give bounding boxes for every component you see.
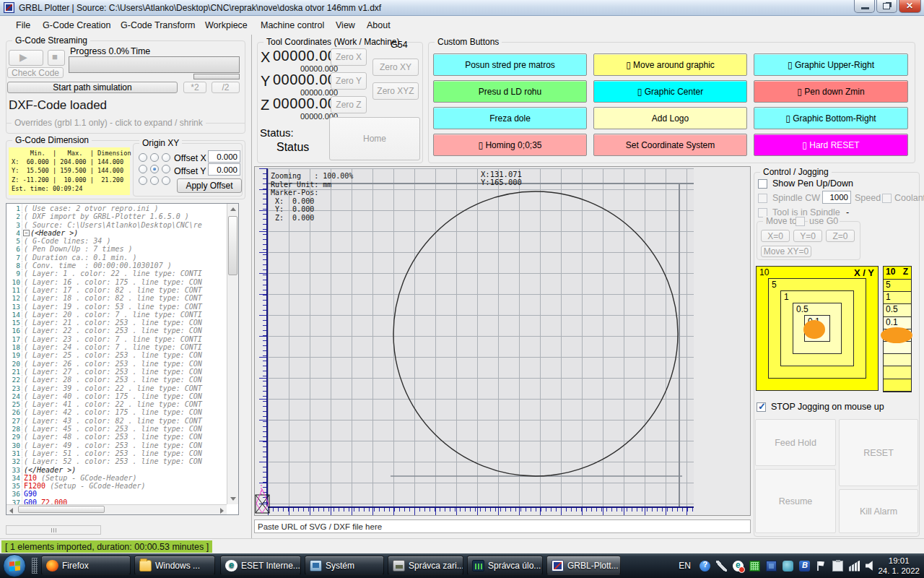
help-icon[interactable] — [699, 561, 710, 571]
menu-item-machine-control[interactable]: Machine control — [258, 19, 327, 32]
gcode-line[interactable]: 6( Pen Down/Up : 7 times ) — [6, 245, 227, 253]
zero-x-button[interactable]: Zero X — [331, 48, 367, 66]
use-g0-checkbox[interactable] — [796, 217, 805, 226]
taskbar-button-grbl[interactable]: GRBL-Plott... — [546, 556, 621, 575]
play-icon[interactable] — [9, 50, 43, 66]
blue-app-icon[interactable] — [766, 561, 777, 571]
menu-item-file[interactable]: File — [13, 19, 33, 32]
gcode-line[interactable]: 1( Use case: 2 otvor repro.ini ) — [6, 204, 227, 212]
fold-collapse-icon[interactable]: − — [23, 230, 30, 236]
custom-button-9[interactable]: ▯ Graphic Bottom-Right — [754, 107, 908, 129]
start-button[interactable] — [3, 554, 26, 577]
menu-item-g-code-transform[interactable]: G-Code Transform — [118, 19, 199, 32]
custom-button-3[interactable]: ▯ Graphic Upper-Right — [754, 53, 908, 76]
gcode-line[interactable]: 23( Layer: 39 . color: 22 . line type: C… — [6, 384, 227, 392]
gcode-line[interactable]: 10( Layer: 16 . color: 175 . line type: … — [6, 278, 227, 286]
taskbar-clock[interactable]: 19:01 24. 1. 2022 — [878, 556, 920, 576]
custom-button-6[interactable]: ▯ Pen down Zmin — [754, 80, 908, 103]
move-z0-button[interactable]: Z=0 — [826, 230, 855, 242]
taskbar-button-firefox[interactable]: Firefox — [41, 556, 131, 575]
gcode-line[interactable]: 3( Source: C:\Users\Atlanko\Desktop\CNC\… — [6, 221, 227, 229]
taskbar-button-devices[interactable]: Správca zari... — [388, 556, 463, 575]
scroll-right-icon[interactable] — [220, 508, 224, 514]
gcode-lines[interactable]: 1( Use case: 2 otvor repro.ini )2( DXF i… — [6, 204, 227, 504]
bluetooth-icon[interactable] — [799, 561, 810, 571]
custom-button-7[interactable]: Freza dole — [433, 107, 587, 129]
stop-icon[interactable] — [48, 50, 65, 66]
gcode-line[interactable]: 35F1200 (Setup - GCode-Header) — [6, 482, 227, 490]
network-icon[interactable] — [849, 561, 860, 571]
kill-alarm-button[interactable]: Kill Alarm — [839, 489, 918, 533]
gcode-line[interactable]: 11( Layer: 17 . color: 82 . line type: C… — [6, 286, 227, 294]
jog-z-step-5[interactable]: 5 — [884, 280, 911, 292]
vertical-scrollbar[interactable] — [227, 204, 238, 504]
minimize-button[interactable] — [854, 0, 875, 13]
scroll-down-icon[interactable] — [230, 497, 236, 501]
gcode-editor[interactable]: 1( Use case: 2 otvor repro.ini )2( DXF i… — [6, 203, 239, 515]
origin-radio[interactable] — [150, 165, 159, 173]
custom-button-1[interactable]: Posun stred pre matros — [433, 53, 587, 76]
stop-jogging-checkbox[interactable] — [757, 402, 766, 412]
menu-item-workpiece[interactable]: Workpiece — [202, 19, 250, 32]
resume-button[interactable]: Resume — [755, 469, 836, 533]
clipboard-icon[interactable] — [832, 561, 843, 571]
move-xy0-button[interactable]: Move XY=0 — [761, 246, 811, 257]
gcode-line[interactable]: 20( Layer: 26 . color: 253 . line type: … — [6, 360, 227, 368]
gcode-line[interactable]: 2( DXF import by GRBL-Plotter 1.6.5.0 ) — [6, 212, 227, 220]
custom-button-8[interactable]: Add Logo — [593, 107, 747, 129]
scroll-left-icon[interactable] — [9, 508, 13, 514]
title-bar[interactable]: GRBL Plotter | Source: C:\Users\Atlanko\… — [0, 0, 924, 16]
show-pen-checkbox[interactable] — [758, 179, 767, 189]
jog-z-cell[interactable] — [884, 342, 911, 354]
feed-hold-button[interactable]: Feed Hold — [755, 419, 836, 466]
jog-z-cell[interactable] — [884, 354, 911, 366]
gcode-line[interactable]: 17( Layer: 23 . color: 7 . line type: CO… — [6, 335, 227, 343]
restore-button[interactable] — [876, 0, 897, 13]
custom-button-11[interactable]: Set Coordinate System — [593, 134, 747, 156]
origin-radio[interactable] — [139, 165, 147, 173]
start-simulation-button[interactable]: Start path simulation — [7, 82, 178, 93]
gcode-line[interactable]: 22( Layer: 28 . color: 253 . line type: … — [6, 376, 227, 384]
offset-x-field[interactable] — [208, 150, 240, 163]
gcode-line[interactable]: 36G90 — [6, 490, 227, 498]
custom-button-10[interactable]: ▯ Homing 0;0;35 — [433, 134, 587, 156]
custom-button-4[interactable]: Presu d LD rohu — [433, 80, 587, 103]
menu-item-about[interactable]: About — [364, 19, 393, 32]
spindle-speed-field[interactable] — [822, 191, 851, 204]
taskbar-button-system[interactable]: Systém — [305, 556, 384, 575]
origin-radio[interactable] — [150, 176, 159, 185]
close-button[interactable] — [899, 0, 921, 13]
eset-alert-icon[interactable] — [733, 561, 744, 571]
gcode-line[interactable]: 25( Layer: 41 . color: 22 . line type: C… — [6, 400, 227, 408]
gcode-line[interactable]: 30( Layer: 49 . color: 253 . line type: … — [6, 441, 227, 449]
origin-radio[interactable] — [162, 165, 170, 173]
url-input[interactable] — [254, 519, 751, 533]
apply-offset-button[interactable]: Apply Offset — [177, 178, 242, 193]
action-center-icon[interactable] — [816, 561, 827, 571]
jog-z-step-0.5[interactable]: 0.5 — [884, 304, 911, 316]
jog-z-step-1[interactable]: 1 — [884, 292, 911, 304]
gcode-line[interactable]: 32( Layer: 52 . color: 253 . line type: … — [6, 457, 227, 465]
gcode-line[interactable]: 21( Layer: 27 . color: 253 . line type: … — [6, 368, 227, 376]
gcode-line[interactable]: 31( Layer: 51 . color: 253 . line type: … — [6, 449, 227, 457]
gcode-line[interactable]: 29( Layer: 48 . color: 253 . line type: … — [6, 433, 227, 441]
origin-radio[interactable] — [162, 176, 170, 185]
gcode-line[interactable]: 24( Layer: 40 . color: 175 . line type: … — [6, 392, 227, 400]
language-indicator[interactable]: EN — [679, 561, 691, 571]
panel-splitter[interactable] — [251, 35, 252, 538]
gcode-line[interactable]: 28( Layer: 45 . color: 253 . line type: … — [6, 425, 227, 433]
gcode-line[interactable]: 37G00 Z2.000 — [6, 499, 227, 504]
taskbar-button-eset[interactable]: ESET Interne... — [220, 556, 301, 575]
gcode-line[interactable]: 16( Layer: 22 . color: 253 . line type: … — [6, 327, 227, 335]
taskbar-button-taskmgr[interactable]: Správca úlo... — [467, 556, 543, 575]
overrides-label[interactable]: Overrides (grbl 1.1 only) - click to exp… — [12, 118, 206, 128]
move-y0-button[interactable]: Y=0 — [793, 230, 822, 242]
check-code-button[interactable]: Check Code — [7, 67, 64, 78]
gcode-line[interactable]: 4−(<Header >) — [6, 229, 227, 237]
origin-radio[interactable] — [139, 176, 147, 185]
origin-radio[interactable] — [139, 153, 147, 162]
teal-app-icon[interactable] — [783, 561, 793, 571]
gcode-line[interactable]: 15( Layer: 21 . color: 253 . line type: … — [6, 319, 227, 327]
splitter-grip[interactable] — [6, 525, 101, 535]
jog-z-cell[interactable] — [884, 366, 911, 379]
